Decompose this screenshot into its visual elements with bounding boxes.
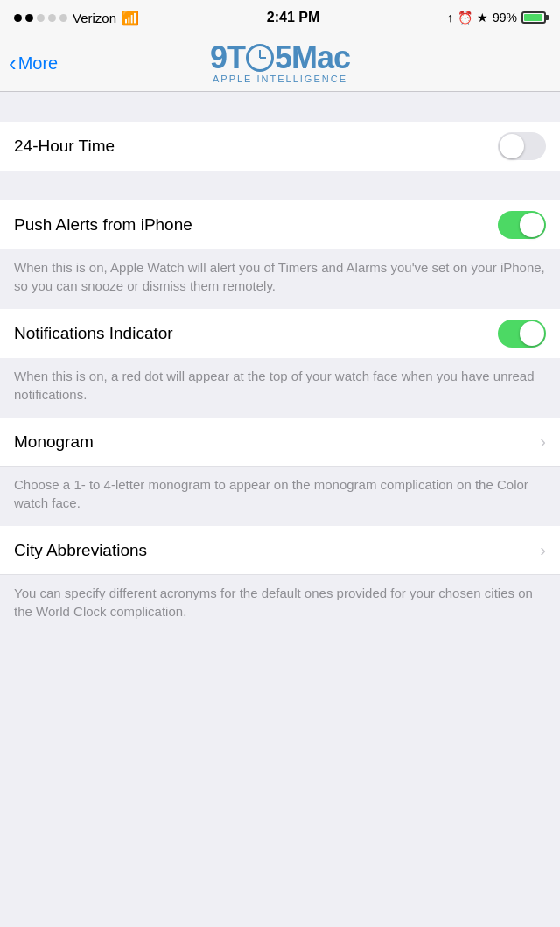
battery-container [522,11,546,24]
label-push-alerts: Push Alerts from iPhone [14,215,192,235]
wifi-icon: 📶 [122,10,139,26]
status-left: Verizon 📶 [14,10,139,26]
desc-notifications: When this is on, a red dot will appear a… [0,358,560,418]
bluetooth-icon: ★ [477,11,488,25]
row-monogram[interactable]: Monogram › [0,418,560,467]
back-label: More [18,53,59,74]
signal-dot-3 [37,14,45,22]
toggle-push-alerts[interactable] [498,211,546,239]
section-city-abbr: City Abbreviations › [0,526,560,575]
section-24hour: 24-Hour Time [0,122,560,171]
signal-dot-1 [14,14,22,22]
signal-dot-4 [48,14,56,22]
location-icon: ↑ [447,11,453,25]
label-monogram: Monogram [14,432,94,452]
desc-monogram: Choose a 1- to 4-letter monogram to appe… [0,467,560,526]
back-chevron-icon: ‹ [9,52,17,74]
nav-bar: ‹ More 9T5Mac Apple Intelligence [0,35,560,92]
site-logo: 9T5Mac Apple Intelligence [210,42,350,84]
label-city-abbr: City Abbreviations [14,541,147,560]
back-button[interactable]: ‹ More [9,52,58,74]
desc-city-abbr: You can specify different acronyms for t… [0,575,560,635]
logo-clock-icon [246,44,274,72]
toggle-thumb-notifications [520,321,544,346]
battery-pct: 99% [493,11,517,25]
alarm-icon: ⏰ [458,11,472,25]
status-right: ↑ ⏰ ★ 99% [447,11,546,25]
status-bar: Verizon 📶 2:41 PM ↑ ⏰ ★ 99% [0,0,560,35]
label-24hour: 24-Hour Time [14,137,115,156]
row-24hour: 24-Hour Time [0,122,560,171]
toggle-notifications[interactable] [498,320,546,348]
logo-subtitle: Apple Intelligence [210,74,350,84]
logo-5mac: 5Mac [275,39,350,75]
desc-monogram-text: Choose a 1- to 4-letter monogram to appe… [14,475,546,512]
section-monogram: Monogram › [0,418,560,467]
chevron-right-monogram-icon: › [540,432,546,452]
chevron-right-city-icon: › [540,540,546,560]
section-push-alerts: Push Alerts from iPhone [0,200,560,249]
label-notifications: Notifications Indicator [14,324,173,343]
section-notifications: Notifications Indicator [0,309,560,358]
section-gap-1 [0,92,560,122]
desc-notifications-text: When this is on, a red dot will appear a… [14,367,546,404]
row-notifications: Notifications Indicator [0,309,560,358]
content: 24-Hour Time Push Alerts from iPhone Whe… [0,92,560,635]
toggle-thumb-24hour [500,134,524,158]
desc-city-abbr-text: You can specify different acronyms for t… [14,584,546,621]
toggle-24hour[interactable] [498,132,546,160]
status-time: 2:41 PM [267,10,319,25]
logo-9: 9T [210,39,245,75]
desc-push-alerts-text: When this is on, Apple Watch will alert … [14,258,546,295]
desc-push-alerts: When this is on, Apple Watch will alert … [0,249,560,309]
row-push-alerts: Push Alerts from iPhone [0,200,560,249]
toggle-thumb-push-alerts [520,213,544,237]
signal-dots [14,14,67,22]
battery-icon [522,11,546,24]
section-gap-2 [0,171,560,200]
logo-text: 9T5Mac [210,42,350,74]
row-city-abbr[interactable]: City Abbreviations › [0,526,560,575]
carrier-label: Verizon [73,11,116,25]
battery-fill [524,14,542,21]
signal-dot-2 [25,14,33,22]
signal-dot-5 [60,14,67,22]
